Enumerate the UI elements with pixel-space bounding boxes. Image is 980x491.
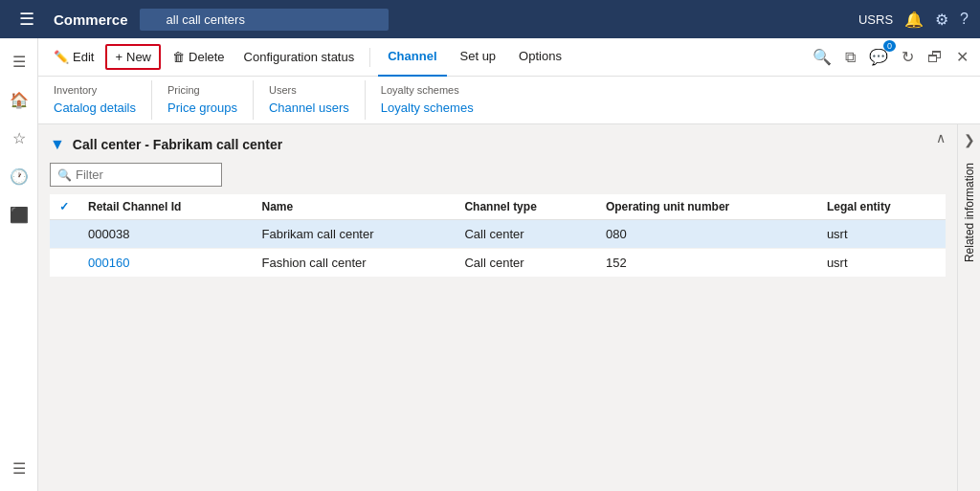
col-name: Name	[253, 194, 456, 220]
right-panel-label: Related information	[959, 155, 980, 270]
filter-search-icon: 🔍	[57, 168, 72, 182]
top-nav-left: ☰ Commerce 🔍	[11, 4, 847, 34]
search-wrapper: 🔍	[140, 9, 389, 31]
table-row[interactable]: 000160 Fashion call center Call center 1…	[50, 249, 946, 278]
edit-icon: ✏️	[54, 50, 69, 64]
col-legal-entity: Legal entity	[817, 194, 946, 220]
check-icon-header: ✓	[59, 200, 69, 213]
bell-icon[interactable]: 🔔	[904, 11, 924, 29]
app-title: Commerce	[54, 11, 128, 28]
table-row[interactable]: 000038 Fabrikam call center Call center …	[50, 220, 946, 249]
edit-button[interactable]: ✏️ Edit	[46, 46, 101, 68]
list-panel: ▼ Call center - Fabrikam call center 🔍 ✓…	[38, 124, 957, 491]
row-name-1: Fabrikam call center	[253, 220, 456, 249]
sub-menu-inventory: Inventory Catalog details	[46, 80, 152, 120]
plus-icon: +	[115, 50, 122, 64]
loyalty-group-title: Loyalty schemes	[381, 84, 474, 96]
row-channel-type-2: Call center	[455, 249, 595, 278]
row-name-2: Fashion call center	[253, 249, 456, 278]
sidebar-home-icon[interactable]: 🏠	[4, 84, 34, 115]
row-legal-entity-1[interactable]: usrt	[817, 220, 946, 249]
sidebar-favorites-icon[interactable]: ☆	[4, 123, 34, 153]
gear-icon[interactable]: ⚙	[935, 11, 948, 29]
row-legal-entity-2: usrt	[817, 249, 946, 278]
right-panel: ❯ Related information	[957, 124, 980, 491]
list-header: ▼ Call center - Fabrikam call center	[50, 136, 946, 153]
tab-channel[interactable]: Channel	[378, 38, 446, 77]
user-label: USRS	[858, 12, 893, 27]
hamburger-icon[interactable]: ☰	[11, 4, 42, 34]
users-group-title: Users	[269, 84, 349, 96]
sub-menu-users: Users Channel users	[254, 80, 366, 120]
tab-options[interactable]: Options	[509, 38, 571, 77]
new-label: New	[126, 50, 151, 64]
delete-button[interactable]: 🗑 Delete	[165, 46, 233, 68]
pricing-group-title: Pricing	[167, 84, 237, 96]
tab-setup[interactable]: Set up	[451, 38, 506, 77]
checkbox-header: ✓	[50, 194, 78, 220]
delete-icon: 🗑	[172, 50, 185, 64]
sub-menu-pricing: Pricing Price groups	[152, 80, 254, 120]
row-operating-unit-1: 080	[596, 220, 817, 249]
windows-icon[interactable]: ⧉	[841, 45, 859, 70]
row-operating-unit-2: 152	[596, 249, 817, 278]
layout: ☰ 🏠 ☆ 🕐 ⬛ ☰ ✏️ Edit + New 🗑 Delete Confi…	[0, 38, 980, 491]
config-status-button[interactable]: Configuration status	[236, 46, 363, 68]
right-panel-chevron[interactable]: ❯	[960, 124, 979, 155]
channel-users-link[interactable]: Channel users	[269, 100, 349, 116]
filter-input-wrapper: 🔍	[50, 163, 946, 187]
edit-label: Edit	[73, 50, 94, 64]
toolbar: ✏️ Edit + New 🗑 Delete Configuration sta…	[38, 38, 980, 77]
row-id-1[interactable]: 000038	[78, 220, 253, 249]
col-channel-type: Channel type	[455, 194, 595, 220]
top-nav-right: USRS 🔔 ⚙ ?	[858, 11, 969, 29]
inventory-group-title: Inventory	[54, 84, 136, 96]
help-icon[interactable]: ?	[960, 11, 969, 28]
minimize-icon[interactable]: 🗗	[924, 45, 947, 70]
col-retail-channel-id: Retail Channel Id	[78, 194, 253, 220]
top-nav: ☰ Commerce 🔍 USRS 🔔 ⚙ ?	[0, 0, 980, 38]
loyalty-schemes-link[interactable]: Loyalty schemes	[381, 100, 474, 116]
filter-input[interactable]	[50, 163, 222, 187]
sidebar-modules-icon[interactable]: ☰	[4, 453, 34, 483]
new-button[interactable]: + New	[105, 44, 161, 70]
table-header: ✓ Retail Channel Id Name Channel type Op…	[50, 194, 946, 220]
data-table: ✓ Retail Channel Id Name Channel type Op…	[50, 194, 946, 278]
toolbar-right: 🔍 ⧉ 💬 0 ↻ 🗗 ✕	[809, 44, 972, 70]
refresh-icon[interactable]: ↻	[898, 44, 918, 70]
row-channel-type-1: Call center	[455, 220, 595, 249]
toolbar-separator	[369, 48, 370, 67]
row-check-2	[50, 249, 78, 278]
close-icon[interactable]: ✕	[952, 44, 972, 70]
global-search-input[interactable]	[140, 9, 389, 31]
badge-icon[interactable]: 💬 0	[865, 44, 892, 70]
config-status-label: Configuration status	[244, 50, 355, 64]
table-body: 000038 Fabrikam call center Call center …	[50, 220, 946, 278]
left-sidebar: ☰ 🏠 ☆ 🕐 ⬛ ☰	[0, 38, 38, 491]
content-area: ∧ ▼ Call center - Fabrikam call center 🔍…	[38, 124, 980, 491]
sub-menu: Inventory Catalog details Pricing Price …	[38, 77, 980, 124]
sidebar-menu-icon[interactable]: ☰	[4, 46, 34, 77]
row-check	[50, 220, 78, 249]
col-operating-unit: Operating unit number	[596, 194, 817, 220]
catalog-details-link[interactable]: Catalog details	[54, 100, 136, 116]
filter-icon[interactable]: ▼	[50, 136, 65, 153]
collapse-button[interactable]: ∧	[928, 124, 953, 151]
price-groups-link[interactable]: Price groups	[167, 100, 237, 116]
delete-label: Delete	[189, 50, 225, 64]
search-toolbar-icon[interactable]: 🔍	[809, 44, 835, 70]
list-title: Call center - Fabrikam call center	[73, 137, 282, 152]
sub-menu-loyalty: Loyalty schemes Loyalty schemes	[366, 80, 489, 120]
main-content: ✏️ Edit + New 🗑 Delete Configuration sta…	[38, 38, 980, 491]
sidebar-recent-icon[interactable]: 🕐	[4, 161, 34, 191]
row-id-2[interactable]: 000160	[78, 249, 253, 278]
sidebar-workspaces-icon[interactable]: ⬛	[4, 199, 34, 230]
